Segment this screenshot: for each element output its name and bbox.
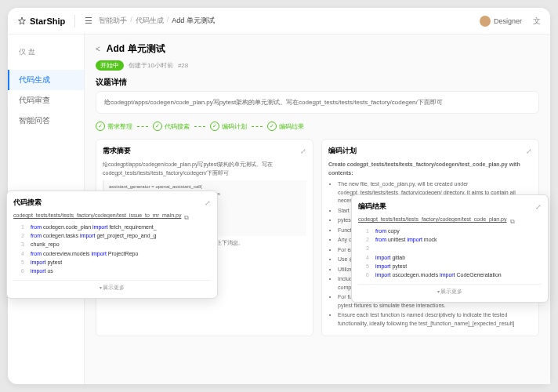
popup-title: 编码结果	[358, 201, 386, 212]
file-path-link[interactable]: codegpt_tests/tests/tests_factory/codege…	[13, 212, 181, 218]
requirements-title: 需求摘要	[103, 146, 131, 156]
code-line: 4from codereview.models import ProjectRe…	[13, 249, 211, 258]
popup-title: 代码搜索	[13, 198, 42, 208]
step-tracker: ✓需求整理 ✓代码搜索 ✓编码计划 ✓编码结果	[96, 122, 539, 131]
status-badge: 开始中	[96, 60, 124, 71]
code-line: 5import pytest	[13, 258, 211, 267]
brand-logo: StarShip	[17, 16, 65, 26]
meta-id: #28	[178, 62, 188, 69]
code-line: 6import os	[13, 267, 211, 275]
sidebar-item-review[interactable]: 代码审查	[8, 90, 84, 111]
logo-icon	[17, 16, 27, 26]
expand-icon[interactable]: ⤢	[205, 199, 211, 207]
meta-author: 创建于10小时前	[129, 61, 173, 70]
plan-bullet: Ensure each test function is named descr…	[338, 311, 532, 328]
expand-icon[interactable]: ⤢	[535, 203, 542, 211]
breadcrumb: 智能助手/ 代码生成/ Add 单元测试	[99, 16, 215, 26]
expand-icon[interactable]: ⤢	[526, 147, 532, 155]
external-link-icon[interactable]: ⧉	[184, 214, 189, 222]
external-link-icon[interactable]: ⧉	[510, 218, 515, 226]
code-line: 4import gitlab	[358, 253, 542, 262]
code-line: 6import oscodegen.models import CodeGene…	[358, 270, 542, 279]
sidebar-item-qa[interactable]: 智能问答	[8, 111, 84, 131]
code-line: 3 chunk_repo	[13, 240, 211, 249]
code-line: 2from codegen.tasks import get_project_r…	[13, 231, 211, 240]
plan-title: 编码计划	[328, 146, 357, 156]
sidebar-heading: 仪 盘	[8, 42, 84, 62]
language-icon[interactable]: 文	[533, 16, 541, 27]
show-more-button[interactable]: ▾ 展示更多	[358, 284, 542, 296]
code-line: 3	[358, 244, 542, 252]
show-more-button[interactable]: ▾ 展示更多	[13, 280, 211, 292]
file-path-link[interactable]: codegpt_tests/tests/tests_factory/codege…	[358, 216, 507, 222]
page-title: Add 单元测试	[107, 42, 165, 56]
code-search-popup: 代码搜索 ⤢ codegpt_tests/tests/tests_factory…	[6, 191, 218, 299]
user-menu[interactable]: Designer	[480, 16, 522, 27]
back-button[interactable]: <	[96, 45, 100, 53]
code-line: 2from unittest import mock	[358, 235, 542, 244]
detail-card: 给codegpt/apps/codegen/code_plan.py写pytes…	[96, 91, 539, 114]
sidebar-item-codegen[interactable]: 代码生成	[8, 70, 84, 90]
code-line: 5import pytest	[358, 262, 542, 270]
code-result-popup: 编码结果 ⤢ codegpt_tests/tests/tests_factory…	[351, 194, 549, 303]
menu-icon[interactable]: ☰	[85, 16, 92, 26]
code-line: 1from codegen.code_plan import fetch_req…	[13, 223, 211, 231]
detail-label: 议题详情	[96, 77, 539, 88]
avatar	[480, 16, 491, 27]
code-line: 1from copy	[358, 227, 542, 235]
expand-icon[interactable]: ⤢	[300, 147, 306, 155]
